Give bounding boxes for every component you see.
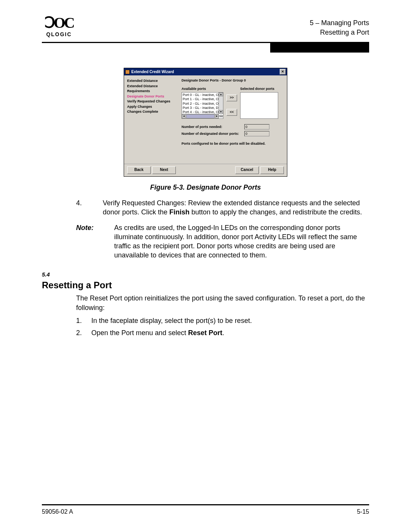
reset-step-2-num: 2.: [76, 328, 91, 337]
wizard-titlebar: Extended Credit Wizard ✕: [124, 68, 287, 75]
wizard-columns: Available ports Port 0 - GL - inactive, …: [182, 87, 284, 119]
reset-port-label: Reset Port: [188, 329, 222, 337]
note-label: Note:: [42, 223, 114, 260]
wizard-steps: Extended Distance Extended Distance Requ…: [127, 78, 178, 161]
header-rule: [42, 42, 369, 53]
logo-text: QLOGIC: [42, 31, 76, 37]
list-item[interactable]: Port 1 - GL - inactive, Online: [183, 97, 222, 101]
header-line-chapter: 5 – Managing Ports: [310, 18, 369, 28]
step-changes-complete: Changes Complete: [127, 109, 178, 115]
vertical-scrollbar[interactable]: ▲ ▼: [218, 93, 223, 114]
window-icon: [125, 70, 130, 74]
body-text: 4. Verify Requested Changes: Review the …: [42, 198, 369, 338]
available-listbox[interactable]: Port 0 - GL - inactive, Offline Port 1 -…: [182, 92, 223, 119]
figure-caption: Figure 5-3. Designate Donor Ports: [42, 184, 369, 192]
reset-step-2-b: .: [222, 329, 224, 337]
back-button[interactable]: Back: [127, 166, 151, 174]
list-item[interactable]: Port 3 - GL - inactive, Diagno: [183, 106, 222, 110]
help-button[interactable]: Help: [260, 166, 284, 174]
section-title: Resetting a Port: [42, 279, 369, 291]
note-text: As credits are used, the Logged-In LEDs …: [114, 223, 369, 260]
page-footer: 59056-02 A 5-15: [42, 504, 369, 515]
header-right: 5 – Managing Ports Resetting a Port: [310, 18, 369, 37]
logo-icon: ↃOC: [42, 15, 76, 30]
step-4-text-b: button to apply the changes, and redistr…: [190, 208, 362, 216]
available-label: Available ports: [182, 87, 223, 91]
designated-label: Number of designated donor ports:: [182, 132, 244, 136]
header-rule-line: [42, 42, 270, 43]
step-4-text: Verify Requested Changes: Review the ext…: [103, 198, 369, 217]
close-icon[interactable]: ✕: [280, 69, 286, 75]
next-button[interactable]: Next: [152, 166, 176, 174]
titlebar-left: Extended Credit Wizard: [125, 70, 174, 74]
wizard-main: Designate Donor Ports - Donor Group 0 Av…: [182, 78, 284, 161]
selected-listbox[interactable]: [240, 92, 278, 119]
footer-right-buttons: Cancel Help: [235, 166, 284, 174]
step-designate-donor-ports: Designate Donor Ports: [127, 94, 178, 99]
wizard-footer: Back Next Cancel Help: [124, 164, 287, 176]
designated-row: Number of designated donor ports: 0: [182, 131, 284, 136]
step-extended-distance: Extended Distance: [127, 78, 178, 84]
scroll-down-icon[interactable]: ▼: [219, 110, 223, 114]
footer-rule: [42, 504, 369, 505]
selected-label: Selected donor ports: [240, 87, 278, 91]
footer-left-buttons: Back Next: [127, 166, 176, 174]
step-ext-distance-req: Extended Distance Requirements: [127, 84, 178, 94]
scroll-right-icon[interactable]: ►: [215, 114, 219, 118]
remove-button[interactable]: <<: [226, 109, 237, 116]
needed-row: Number of ports needed: 0: [182, 124, 284, 129]
counts: Number of ports needed: 0 Number of desi…: [182, 124, 284, 136]
scroll-thumb[interactable]: [186, 114, 215, 118]
logo: ↃOC QLOGIC: [42, 15, 76, 37]
list-item[interactable]: Port 2 - GL - inactive, Online: [183, 102, 222, 106]
designated-value: 0: [244, 131, 269, 136]
transfer-buttons: >> <<: [226, 94, 237, 116]
reset-step-1-num: 1.: [76, 316, 91, 325]
section-intro: The Reset Port option reinitializes the …: [76, 294, 369, 312]
scroll-up-icon[interactable]: ▲: [219, 93, 223, 96]
reset-step-2-text: Open the Port menu and select Reset Port…: [91, 328, 224, 337]
page-header: ↃOC QLOGIC 5 – Managing Ports Resetting …: [42, 15, 369, 42]
note: Note: As credits are used, the Logged-In…: [42, 223, 369, 260]
disable-msg: Ports configured to be donor ports will …: [182, 142, 284, 145]
doc-number: 59056-02 A: [42, 508, 73, 515]
spacer: [182, 145, 284, 161]
figure-wizard: Extended Credit Wizard ✕ Extended Distan…: [124, 68, 287, 177]
step-apply-changes: Apply Changes: [127, 104, 178, 110]
scroll-left-icon[interactable]: ◄: [182, 114, 186, 118]
wizard-heading: Designate Donor Ports - Donor Group 0: [182, 78, 284, 82]
list-item[interactable]: Port 0 - GL - inactive, Offline: [183, 93, 222, 97]
finish-label: Finish: [169, 208, 190, 216]
available-column: Available ports Port 0 - GL - inactive, …: [182, 87, 223, 119]
window-title: Extended Credit Wizard: [131, 70, 174, 74]
needed-value: 0: [244, 124, 269, 129]
section-number: 5.4: [42, 271, 369, 278]
step-4-number: 4.: [42, 198, 103, 217]
needed-label: Number of ports needed:: [182, 125, 244, 129]
reset-step-2: 2. Open the Port menu and select Reset P…: [76, 328, 369, 337]
reset-step-1-text: In the faceplate display, select the por…: [91, 316, 252, 325]
header-line-section: Resetting a Port: [310, 28, 369, 37]
horizontal-scrollbar[interactable]: ◄ ►: [182, 114, 219, 118]
page: ↃOC QLOGIC 5 – Managing Ports Resetting …: [0, 0, 411, 532]
header-rule-block: [270, 42, 369, 53]
page-number: 5-15: [357, 508, 369, 515]
step-verify-changes: Verify Requested Changes: [127, 99, 178, 104]
reset-step-1: 1. In the faceplate display, select the …: [76, 316, 369, 325]
footer-row: 59056-02 A 5-15: [42, 508, 369, 515]
reset-step-2-a: Open the Port menu and select: [91, 329, 188, 337]
add-button[interactable]: >>: [226, 94, 237, 101]
wizard-body: Extended Distance Extended Distance Requ…: [124, 75, 287, 164]
step-4: 4. Verify Requested Changes: Review the …: [42, 198, 369, 217]
wizard-window: Extended Credit Wizard ✕ Extended Distan…: [124, 68, 287, 177]
selected-column: Selected donor ports: [240, 87, 278, 119]
reset-steps: 1. In the faceplate display, select the …: [76, 316, 369, 338]
cancel-button[interactable]: Cancel: [235, 166, 259, 174]
